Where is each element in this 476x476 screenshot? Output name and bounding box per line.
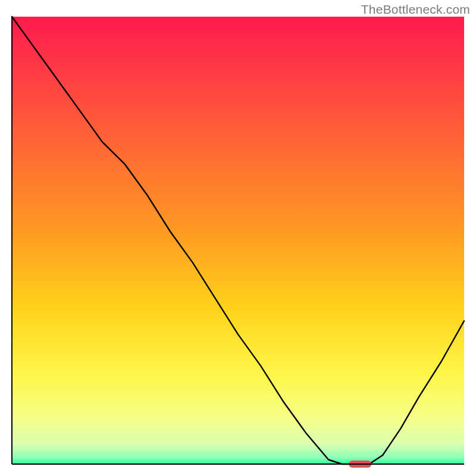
bottleneck-chart xyxy=(0,0,476,476)
chart-background xyxy=(12,17,464,464)
